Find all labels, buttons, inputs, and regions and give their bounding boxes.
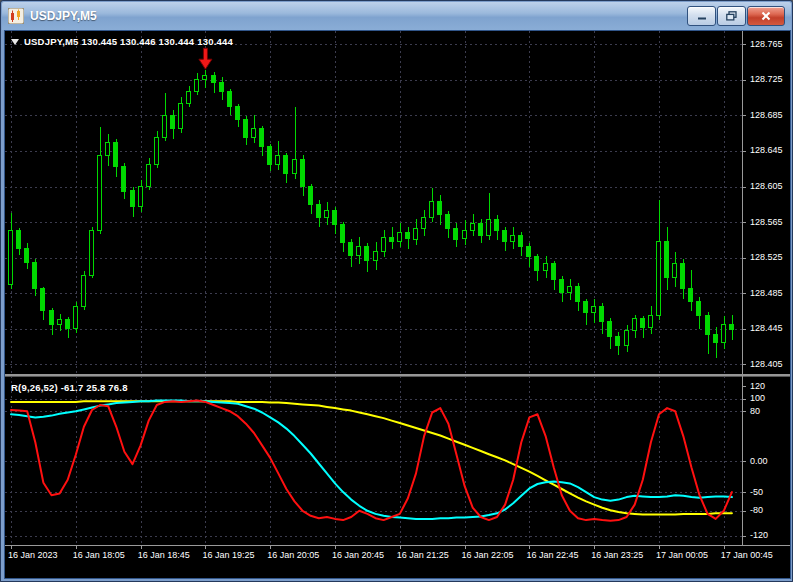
candle-bull bbox=[357, 246, 361, 256]
candle-bull bbox=[544, 264, 548, 271]
candle-bull bbox=[649, 315, 653, 327]
candle-bear bbox=[535, 257, 539, 271]
candle-bear bbox=[527, 246, 531, 257]
candle-bear bbox=[50, 311, 54, 324]
price-axis-label: 128.725 bbox=[750, 74, 783, 84]
candle-bull bbox=[82, 275, 86, 306]
time-axis-label: 16 Jan 20:05 bbox=[267, 550, 319, 560]
sell-arrow-icon bbox=[199, 48, 212, 69]
candle-bull bbox=[195, 80, 199, 92]
indicator-line-medium bbox=[11, 401, 732, 519]
candle-bear bbox=[576, 286, 580, 301]
restore-button[interactable] bbox=[717, 6, 746, 26]
candle-bull bbox=[147, 164, 151, 186]
indicator-axis-label: -50 bbox=[750, 487, 763, 497]
candle-bull bbox=[430, 202, 434, 218]
candlestick-chart[interactable]: USDJPY,M5 130.445 130.446 130.444 130.44… bbox=[5, 31, 790, 578]
price-axis-label: 128.645 bbox=[750, 145, 783, 155]
candle-bear bbox=[284, 155, 288, 173]
price-axis-label: 128.765 bbox=[750, 39, 783, 49]
close-button[interactable] bbox=[747, 6, 785, 26]
price-axis-label: 128.485 bbox=[750, 288, 783, 298]
candle-bear bbox=[479, 224, 483, 236]
candle-bear bbox=[681, 264, 685, 289]
candle-bear bbox=[689, 289, 693, 301]
candle-bear bbox=[309, 187, 313, 205]
candle-bull bbox=[90, 231, 94, 275]
candle-bear bbox=[454, 228, 458, 239]
indicator-axis-label: 80 bbox=[750, 406, 760, 416]
indicator-label: R(9,26,52) -61.7 25.8 76.8 bbox=[11, 382, 128, 393]
candle-bull bbox=[487, 219, 491, 235]
candle-bear bbox=[228, 91, 232, 106]
candle-bear bbox=[365, 246, 369, 260]
candle-bull bbox=[155, 138, 159, 165]
candle-bull bbox=[325, 211, 329, 218]
candle-bull bbox=[382, 237, 386, 251]
candle-bear bbox=[122, 166, 126, 191]
time-axis-label: 16 Jan 19:25 bbox=[202, 550, 254, 560]
indicator-line-fast bbox=[11, 401, 732, 521]
mt4-chart-window: USDJPY,M5 USDJPY bbox=[0, 0, 793, 582]
candle-bull bbox=[293, 160, 297, 173]
indicator-axis-label: 120 bbox=[750, 381, 765, 391]
candle-bear bbox=[349, 243, 353, 256]
candle-bear bbox=[503, 230, 507, 242]
candle-bear bbox=[608, 322, 612, 337]
candle-bull bbox=[511, 235, 515, 241]
time-axis-label: 17 Jan 00:45 bbox=[721, 550, 773, 560]
candle-bear bbox=[600, 307, 604, 322]
candle-bear bbox=[268, 147, 272, 165]
symbol-ohlc-label: USDJPY,M5 130.445 130.446 130.444 130.44… bbox=[11, 36, 233, 47]
time-axis-label: 16 Jan 18:45 bbox=[138, 550, 190, 560]
indicator-axis-label: 0.00 bbox=[750, 456, 768, 466]
candle-bear bbox=[17, 231, 21, 249]
indicator-axis-label: 100 bbox=[750, 393, 765, 403]
candle-bull bbox=[625, 331, 629, 346]
candle-bull bbox=[414, 228, 418, 239]
time-axis-label: 16 Jan 23:25 bbox=[591, 550, 643, 560]
price-axis-label: 128.605 bbox=[750, 181, 783, 191]
price-axis-label: 128.525 bbox=[750, 252, 783, 262]
candle-bear bbox=[41, 289, 45, 311]
candle-bear bbox=[438, 202, 442, 215]
minimize-button[interactable] bbox=[687, 6, 716, 26]
chart-plot-surface[interactable] bbox=[5, 31, 790, 578]
candle-bear bbox=[406, 233, 410, 239]
candle-bear bbox=[390, 237, 394, 241]
candle-bull bbox=[568, 286, 572, 292]
price-axis-label: 128.405 bbox=[750, 359, 783, 369]
candle-bull bbox=[98, 155, 102, 231]
candle-bear bbox=[552, 264, 556, 280]
price-axis-label: 128.565 bbox=[750, 217, 783, 227]
candle-bear bbox=[560, 280, 564, 292]
candle-bull bbox=[163, 115, 167, 137]
title-bar[interactable]: USDJPY,M5 bbox=[2, 2, 791, 30]
window-controls bbox=[687, 6, 785, 26]
candle-bull bbox=[179, 104, 183, 129]
time-axis-label: 16 Jan 21:25 bbox=[397, 550, 449, 560]
candle-bear bbox=[616, 337, 620, 346]
candle-bull bbox=[106, 142, 110, 155]
candle-bull bbox=[471, 224, 475, 230]
candle-bull bbox=[633, 319, 637, 331]
candlestick-chart-icon bbox=[8, 8, 24, 24]
candle-bear bbox=[706, 315, 710, 335]
time-axis-label: 16 Jan 22:45 bbox=[526, 550, 578, 560]
candle-bear bbox=[25, 249, 29, 262]
time-axis-label: 16 Jan 2023 bbox=[8, 550, 58, 560]
ohlc-text: USDJPY,M5 130.445 130.446 130.444 130.44… bbox=[24, 36, 233, 47]
candle-bull bbox=[252, 129, 256, 138]
candle-bear bbox=[333, 211, 337, 225]
time-axis-label: 16 Jan 18:05 bbox=[73, 550, 125, 560]
time-axis-label: 16 Jan 20:45 bbox=[332, 550, 384, 560]
candle-bull bbox=[422, 218, 426, 229]
candle-bull bbox=[398, 233, 402, 242]
candle-bear bbox=[66, 320, 70, 329]
candle-bear bbox=[446, 215, 450, 228]
candle-bear bbox=[317, 204, 321, 217]
candle-bear bbox=[114, 142, 118, 166]
candle-bull bbox=[58, 320, 62, 324]
indicator-axis-label: -80 bbox=[750, 505, 763, 515]
candle-bull bbox=[374, 251, 378, 260]
